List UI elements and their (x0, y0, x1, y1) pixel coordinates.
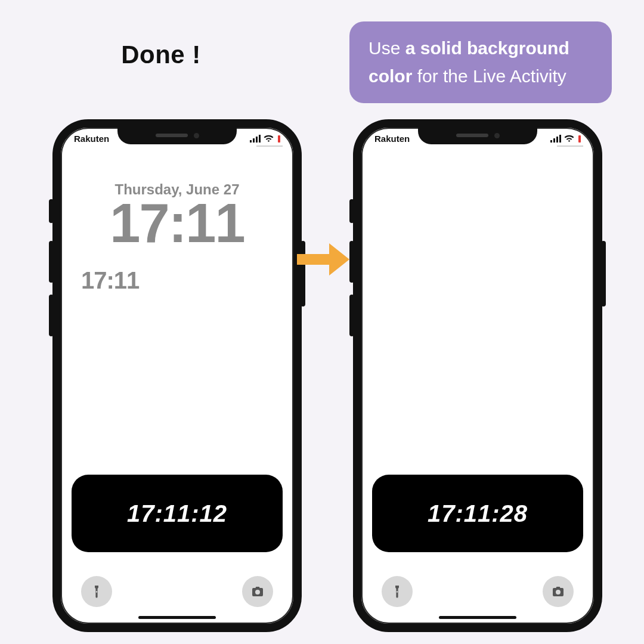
flashlight-icon (89, 584, 104, 599)
cellular-signal-icon (250, 135, 261, 143)
wifi-icon (564, 135, 574, 143)
home-indicator[interactable] (138, 616, 216, 619)
lockscreen-widget-clock: 17:11 (81, 267, 139, 294)
battery-underline (256, 145, 283, 147)
live-activity-card[interactable]: 17:11:28 (372, 475, 583, 552)
flashlight-icon (390, 584, 404, 599)
tip-callout: Use a solid background color for the Liv… (349, 21, 612, 103)
heading-done: Done ! (0, 41, 322, 69)
cellular-signal-icon (550, 135, 561, 143)
status-bar: Rakuten (361, 134, 594, 144)
tip-text-pre: Use (369, 38, 405, 58)
home-indicator[interactable] (439, 616, 516, 619)
camera-icon (551, 584, 565, 599)
volume-down-button (349, 295, 354, 336)
volume-down-button (49, 295, 54, 336)
flashlight-button[interactable] (81, 576, 112, 607)
lockscreen-clock: 17:11 (61, 196, 293, 250)
flashlight-button[interactable] (382, 576, 413, 607)
mute-switch (49, 199, 54, 223)
carrier-label: Rakuten (374, 134, 410, 144)
battery-low-icon (278, 135, 280, 143)
carrier-label: Rakuten (74, 134, 109, 144)
phone-mockup-left: Rakuten Thursday, June 27 17:11 17:11 17… (52, 119, 302, 632)
status-bar: Rakuten (61, 134, 293, 144)
wifi-icon (264, 135, 274, 143)
battery-low-icon (578, 135, 581, 143)
mute-switch (349, 199, 354, 223)
volume-up-button (49, 241, 54, 283)
arrow-right-icon (293, 239, 353, 280)
live-activity-card[interactable]: 17:11:12 (72, 475, 283, 552)
phone-mockup-right: Rakuten 17:11:28 (353, 119, 602, 632)
camera-icon (250, 584, 265, 599)
camera-button[interactable] (242, 576, 273, 607)
power-button (601, 241, 606, 306)
tip-text-post: for the Live Activity (412, 66, 566, 86)
live-activity-time: 17:11:12 (127, 500, 227, 527)
battery-underline (557, 145, 583, 147)
live-activity-time: 17:11:28 (428, 500, 528, 527)
camera-button[interactable] (543, 576, 574, 607)
